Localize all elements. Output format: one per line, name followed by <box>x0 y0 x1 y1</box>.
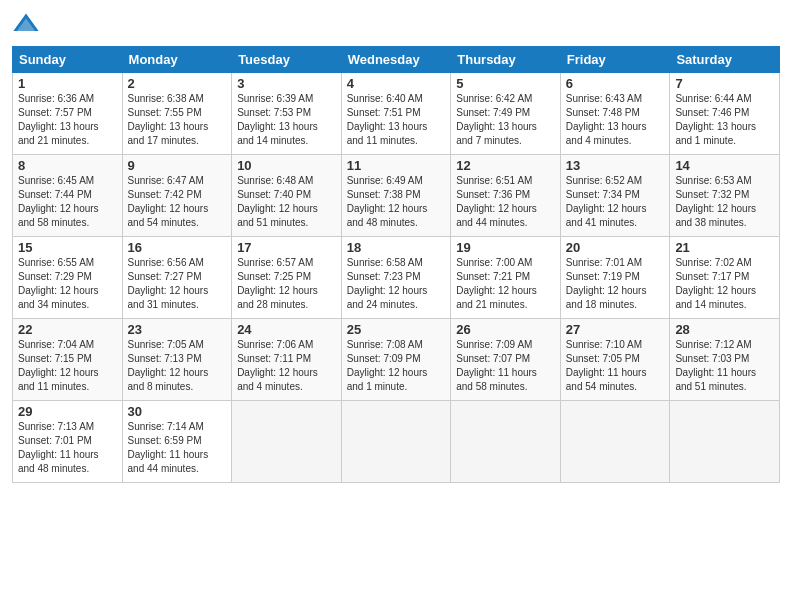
col-monday: Monday <box>122 47 232 73</box>
table-row: 22Sunrise: 7:04 AM Sunset: 7:15 PM Dayli… <box>13 319 123 401</box>
day-number: 23 <box>128 322 227 337</box>
day-info: Sunrise: 7:10 AM Sunset: 7:05 PM Dayligh… <box>566 338 665 394</box>
table-row: 5Sunrise: 6:42 AM Sunset: 7:49 PM Daylig… <box>451 73 561 155</box>
day-number: 29 <box>18 404 117 419</box>
day-number: 30 <box>128 404 227 419</box>
calendar-week-1: 1Sunrise: 6:36 AM Sunset: 7:57 PM Daylig… <box>13 73 780 155</box>
day-number: 25 <box>347 322 446 337</box>
table-row: 2Sunrise: 6:38 AM Sunset: 7:55 PM Daylig… <box>122 73 232 155</box>
day-info: Sunrise: 6:45 AM Sunset: 7:44 PM Dayligh… <box>18 174 117 230</box>
day-number: 1 <box>18 76 117 91</box>
day-number: 21 <box>675 240 774 255</box>
table-row: 25Sunrise: 7:08 AM Sunset: 7:09 PM Dayli… <box>341 319 451 401</box>
day-number: 17 <box>237 240 336 255</box>
col-tuesday: Tuesday <box>232 47 342 73</box>
table-row: 15Sunrise: 6:55 AM Sunset: 7:29 PM Dayli… <box>13 237 123 319</box>
header-row: Sunday Monday Tuesday Wednesday Thursday… <box>13 47 780 73</box>
table-row: 28Sunrise: 7:12 AM Sunset: 7:03 PM Dayli… <box>670 319 780 401</box>
table-row: 12Sunrise: 6:51 AM Sunset: 7:36 PM Dayli… <box>451 155 561 237</box>
day-info: Sunrise: 6:39 AM Sunset: 7:53 PM Dayligh… <box>237 92 336 148</box>
day-number: 10 <box>237 158 336 173</box>
table-row: 11Sunrise: 6:49 AM Sunset: 7:38 PM Dayli… <box>341 155 451 237</box>
header <box>12 10 780 38</box>
table-row: 20Sunrise: 7:01 AM Sunset: 7:19 PM Dayli… <box>560 237 670 319</box>
table-row <box>232 401 342 483</box>
day-info: Sunrise: 7:12 AM Sunset: 7:03 PM Dayligh… <box>675 338 774 394</box>
day-info: Sunrise: 6:53 AM Sunset: 7:32 PM Dayligh… <box>675 174 774 230</box>
table-row: 24Sunrise: 7:06 AM Sunset: 7:11 PM Dayli… <box>232 319 342 401</box>
day-info: Sunrise: 6:47 AM Sunset: 7:42 PM Dayligh… <box>128 174 227 230</box>
table-row: 1Sunrise: 6:36 AM Sunset: 7:57 PM Daylig… <box>13 73 123 155</box>
table-row <box>341 401 451 483</box>
table-row: 30Sunrise: 7:14 AM Sunset: 6:59 PM Dayli… <box>122 401 232 483</box>
day-info: Sunrise: 7:09 AM Sunset: 7:07 PM Dayligh… <box>456 338 555 394</box>
day-info: Sunrise: 6:48 AM Sunset: 7:40 PM Dayligh… <box>237 174 336 230</box>
table-row: 19Sunrise: 7:00 AM Sunset: 7:21 PM Dayli… <box>451 237 561 319</box>
day-info: Sunrise: 6:44 AM Sunset: 7:46 PM Dayligh… <box>675 92 774 148</box>
day-number: 24 <box>237 322 336 337</box>
table-row: 26Sunrise: 7:09 AM Sunset: 7:07 PM Dayli… <box>451 319 561 401</box>
day-info: Sunrise: 6:40 AM Sunset: 7:51 PM Dayligh… <box>347 92 446 148</box>
table-row: 21Sunrise: 7:02 AM Sunset: 7:17 PM Dayli… <box>670 237 780 319</box>
day-number: 27 <box>566 322 665 337</box>
table-row: 9Sunrise: 6:47 AM Sunset: 7:42 PM Daylig… <box>122 155 232 237</box>
day-number: 22 <box>18 322 117 337</box>
logo <box>12 10 44 38</box>
col-friday: Friday <box>560 47 670 73</box>
day-number: 3 <box>237 76 336 91</box>
col-sunday: Sunday <box>13 47 123 73</box>
day-number: 16 <box>128 240 227 255</box>
day-info: Sunrise: 7:02 AM Sunset: 7:17 PM Dayligh… <box>675 256 774 312</box>
day-info: Sunrise: 7:01 AM Sunset: 7:19 PM Dayligh… <box>566 256 665 312</box>
day-info: Sunrise: 6:49 AM Sunset: 7:38 PM Dayligh… <box>347 174 446 230</box>
table-row: 27Sunrise: 7:10 AM Sunset: 7:05 PM Dayli… <box>560 319 670 401</box>
table-row: 7Sunrise: 6:44 AM Sunset: 7:46 PM Daylig… <box>670 73 780 155</box>
day-info: Sunrise: 7:05 AM Sunset: 7:13 PM Dayligh… <box>128 338 227 394</box>
day-info: Sunrise: 6:57 AM Sunset: 7:25 PM Dayligh… <box>237 256 336 312</box>
col-thursday: Thursday <box>451 47 561 73</box>
day-number: 4 <box>347 76 446 91</box>
calendar-week-5: 29Sunrise: 7:13 AM Sunset: 7:01 PM Dayli… <box>13 401 780 483</box>
table-row: 8Sunrise: 6:45 AM Sunset: 7:44 PM Daylig… <box>13 155 123 237</box>
day-info: Sunrise: 6:36 AM Sunset: 7:57 PM Dayligh… <box>18 92 117 148</box>
day-number: 2 <box>128 76 227 91</box>
day-number: 7 <box>675 76 774 91</box>
day-info: Sunrise: 6:55 AM Sunset: 7:29 PM Dayligh… <box>18 256 117 312</box>
table-row: 29Sunrise: 7:13 AM Sunset: 7:01 PM Dayli… <box>13 401 123 483</box>
table-row <box>560 401 670 483</box>
day-number: 26 <box>456 322 555 337</box>
table-row <box>451 401 561 483</box>
table-row: 10Sunrise: 6:48 AM Sunset: 7:40 PM Dayli… <box>232 155 342 237</box>
day-number: 9 <box>128 158 227 173</box>
main-container: Sunday Monday Tuesday Wednesday Thursday… <box>0 0 792 493</box>
day-info: Sunrise: 7:08 AM Sunset: 7:09 PM Dayligh… <box>347 338 446 394</box>
calendar-table: Sunday Monday Tuesday Wednesday Thursday… <box>12 46 780 483</box>
day-info: Sunrise: 6:52 AM Sunset: 7:34 PM Dayligh… <box>566 174 665 230</box>
table-row: 13Sunrise: 6:52 AM Sunset: 7:34 PM Dayli… <box>560 155 670 237</box>
table-row <box>670 401 780 483</box>
day-info: Sunrise: 6:38 AM Sunset: 7:55 PM Dayligh… <box>128 92 227 148</box>
table-row: 4Sunrise: 6:40 AM Sunset: 7:51 PM Daylig… <box>341 73 451 155</box>
day-info: Sunrise: 6:58 AM Sunset: 7:23 PM Dayligh… <box>347 256 446 312</box>
day-number: 11 <box>347 158 446 173</box>
day-number: 5 <box>456 76 555 91</box>
col-wednesday: Wednesday <box>341 47 451 73</box>
day-number: 20 <box>566 240 665 255</box>
day-info: Sunrise: 7:13 AM Sunset: 7:01 PM Dayligh… <box>18 420 117 476</box>
day-info: Sunrise: 7:00 AM Sunset: 7:21 PM Dayligh… <box>456 256 555 312</box>
table-row: 17Sunrise: 6:57 AM Sunset: 7:25 PM Dayli… <box>232 237 342 319</box>
table-row: 18Sunrise: 6:58 AM Sunset: 7:23 PM Dayli… <box>341 237 451 319</box>
day-number: 8 <box>18 158 117 173</box>
calendar-week-4: 22Sunrise: 7:04 AM Sunset: 7:15 PM Dayli… <box>13 319 780 401</box>
table-row: 16Sunrise: 6:56 AM Sunset: 7:27 PM Dayli… <box>122 237 232 319</box>
day-number: 28 <box>675 322 774 337</box>
day-number: 12 <box>456 158 555 173</box>
table-row: 23Sunrise: 7:05 AM Sunset: 7:13 PM Dayli… <box>122 319 232 401</box>
day-number: 18 <box>347 240 446 255</box>
day-number: 15 <box>18 240 117 255</box>
calendar-week-2: 8Sunrise: 6:45 AM Sunset: 7:44 PM Daylig… <box>13 155 780 237</box>
table-row: 14Sunrise: 6:53 AM Sunset: 7:32 PM Dayli… <box>670 155 780 237</box>
day-info: Sunrise: 6:56 AM Sunset: 7:27 PM Dayligh… <box>128 256 227 312</box>
table-row: 6Sunrise: 6:43 AM Sunset: 7:48 PM Daylig… <box>560 73 670 155</box>
day-number: 14 <box>675 158 774 173</box>
